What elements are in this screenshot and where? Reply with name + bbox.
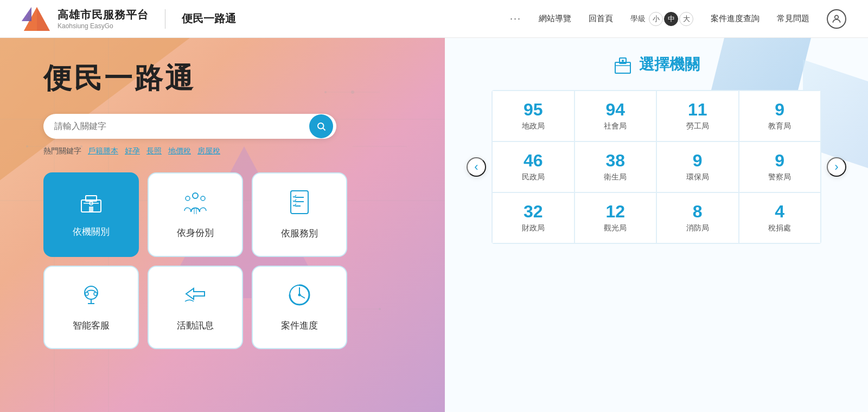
dept-icon [78,191,104,218]
font-large-button[interactable]: 大 [679,12,693,26]
agency-num-7: 9 [693,152,703,169]
agency-name-11: 消防局 [686,223,709,233]
svg-rect-27 [89,207,93,212]
nav-font-size: 學級 小 中 大 [630,12,693,26]
agency-name-9: 財政局 [522,223,545,233]
page-title: 便民一路通 [43,60,401,98]
agency-num-3: 11 [688,101,707,118]
activity-icon [183,283,208,312]
btn-activity[interactable]: 活動訊息 [148,266,243,349]
logo-title: 高雄市民服務平台 [58,8,149,22]
service-icon [289,190,310,220]
btn-case-label: 案件進度 [281,319,318,332]
btn-by-service-label: 依服務別 [281,227,318,240]
agency-name-7: 環保局 [686,172,709,182]
agency-cell-3[interactable]: 11 勞工局 [656,91,739,141]
svg-point-21 [318,123,324,129]
search-input[interactable] [54,114,309,139]
hot-keywords: 熱門關鍵字 戶籍謄本 好孕 長照 地價稅 房屋稅 [43,146,401,156]
btn-ai-label: 智能客服 [73,319,110,332]
agency-num-5: 46 [524,152,543,169]
svg-point-29 [186,196,190,201]
header-nav: ··· 網站導覽 回首頁 學級 小 中 大 案件進度查詢 常見問題 [510,9,846,29]
agency-name-4: 教育局 [768,121,791,131]
hot-label: 熱門關鍵字 [43,146,81,156]
search-button[interactable] [309,114,333,138]
keyword-2[interactable]: 好孕 [125,146,140,156]
agency-name-8: 警察局 [768,172,791,182]
agency-name-2: 社會局 [604,121,627,131]
agency-cell-9[interactable]: 32 財政局 [492,192,575,243]
agency-num-2: 94 [605,101,625,118]
keyword-3[interactable]: 長照 [146,146,162,156]
main-content: 便民一路通 熱門關鍵字 戶籍謄本 好孕 長照 地價稅 房屋稅 [0,38,868,412]
font-small-button[interactable]: 小 [649,12,663,26]
logo-area: 高雄市民服務平台 Kaohsiung EasyGo 便民一路通 [22,5,236,33]
case-icon [288,283,311,312]
nav-home[interactable]: 回首頁 [589,14,613,24]
keyword-1[interactable]: 戶籍謄本 [88,146,118,156]
building-icon [613,55,633,74]
agency-cell-6[interactable]: 38 衛生局 [575,141,657,192]
agency-cell-8[interactable]: 9 警察局 [739,141,821,192]
agency-num-10: 12 [605,203,625,220]
svg-point-28 [193,193,198,198]
nav-user-icon[interactable] [827,9,846,29]
section-title-text: 選擇機關 [639,54,700,75]
agency-cell-11[interactable]: 8 消防局 [656,192,739,243]
btn-by-identity[interactable]: 依身份別 [148,172,243,257]
agency-num-9: 32 [524,203,543,220]
btn-activity-label: 活動訊息 [177,319,214,332]
agency-table: 95 地政局 94 社會局 11 勞工局 9 教育局 46 [492,90,821,244]
font-size-label: 學級 [630,14,646,24]
nav-case-progress[interactable]: 案件進度查詢 [711,14,760,24]
font-medium-button[interactable]: 中 [664,12,678,26]
left-panel: 便民一路通 熱門關鍵字 戶籍謄本 好孕 長照 地價稅 房屋稅 [0,38,445,412]
agency-name-3: 勞工局 [686,121,709,131]
logo-icon [22,5,50,33]
btn-case-progress[interactable]: 案件進度 [252,266,347,349]
logo-text: 高雄市民服務平台 Kaohsiung EasyGo [58,8,149,30]
agency-name-12: 稅捐處 [768,223,791,233]
logo-divider [165,9,165,29]
agency-cell-1[interactable]: 95 地政局 [492,91,575,141]
agency-num-11: 8 [693,203,703,220]
carousel-next[interactable]: › [827,157,846,177]
svg-point-46 [622,60,624,62]
agency-name-5: 民政局 [522,172,545,182]
section-title: 選擇機關 [613,54,700,75]
btn-by-service[interactable]: 依服務別 [252,172,347,257]
btn-by-dept[interactable]: 依機關別 [43,172,139,257]
keyword-4[interactable]: 地價稅 [168,146,191,156]
agency-cell-7[interactable]: 9 環保局 [656,141,739,192]
carousel-prev[interactable]: ‹ [467,157,486,177]
agency-num-8: 9 [775,152,784,169]
agency-cell-2[interactable]: 94 社會局 [575,91,657,141]
btn-ai-service[interactable]: 智能客服 [43,266,139,349]
nav-browse[interactable]: 網站導覽 [539,14,571,24]
agency-name-10: 觀光局 [604,223,627,233]
agency-num-6: 38 [605,152,625,169]
svg-point-30 [201,196,205,201]
logo-subtitle: Kaohsiung EasyGo [58,22,149,30]
agency-cell-5[interactable]: 46 民政局 [492,141,575,192]
identity-icon [182,190,208,219]
left-content: 便民一路通 熱門關鍵字 戶籍謄本 好孕 長照 地價稅 房屋稅 [0,38,445,371]
nav-faq[interactable]: 常見問題 [777,14,809,24]
agency-num-1: 95 [524,101,543,118]
agency-cell-10[interactable]: 12 觀光局 [575,192,657,243]
agency-cell-12[interactable]: 4 稅捐處 [739,192,821,243]
agency-num-12: 4 [775,203,784,220]
nav-menu-dots[interactable]: ··· [510,13,521,24]
btn-by-identity-label: 依身份別 [177,227,214,239]
agency-cell-4[interactable]: 9 教育局 [739,91,821,141]
svg-point-4 [835,15,839,19]
svg-line-22 [323,128,325,130]
svg-point-43 [298,294,301,297]
keyword-5[interactable]: 房屋稅 [197,146,220,156]
agency-name-6: 衛生局 [604,172,627,182]
logo-name: 便民一路通 [182,11,236,26]
search-bar [43,114,336,139]
service-grid: 依機關別 [43,172,347,349]
btn-by-dept-label: 依機關別 [73,226,110,238]
